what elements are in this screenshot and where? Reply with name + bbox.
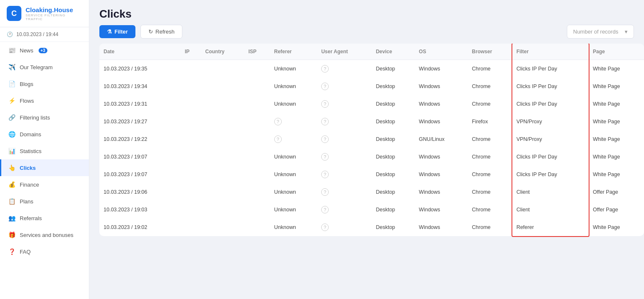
sidebar-item-label: Flows (20, 98, 34, 104)
sidebar-item-blogs[interactable]: 📄 Blogs (0, 75, 89, 92)
cell-3 (244, 148, 270, 166)
clock-icon: 🕐 (7, 31, 13, 37)
cell-7: Windows (415, 201, 467, 218)
sidebar-item-label: Statistics (20, 148, 42, 154)
cell-2 (201, 113, 244, 130)
sidebar-item-plans[interactable]: 📋 Plans (0, 193, 89, 210)
refresh-button[interactable]: ↻ Refresh (140, 25, 183, 39)
cell-7: Windows (415, 60, 467, 78)
col-browser: Browser (468, 44, 512, 60)
faq-icon: ❓ (8, 248, 16, 255)
records-dropdown[interactable]: Number of records ▾ (567, 25, 634, 39)
cell-8: Chrome (468, 95, 512, 113)
cell-10: White Page (589, 78, 644, 95)
sidebar-item-telegram[interactable]: ✈️ Our Telegram (0, 59, 89, 75)
cell-7: Windows (415, 113, 467, 130)
question-icon: ? (274, 118, 282, 125)
refresh-icon: ↻ (148, 29, 153, 35)
cell-3 (244, 60, 270, 78)
cell-2 (201, 95, 244, 113)
sidebar-item-services[interactable]: 🎁 Services and bonuses (0, 226, 89, 243)
sidebar-item-filtering[interactable]: 🔗 Filtering lists (0, 109, 89, 126)
cell-8: Chrome (468, 78, 512, 95)
cell-6: Desktop (371, 201, 415, 218)
cell-4: Unknown (270, 183, 317, 201)
cell-1 (181, 78, 201, 95)
cell-6: Desktop (371, 60, 415, 78)
cell-3 (244, 201, 270, 218)
table-row: 10.03.2023 / 19:07Unknown?DesktopWindows… (99, 166, 644, 183)
sidebar-item-label: Referrals (20, 215, 42, 221)
cell-0: 10.03.2023 / 19:03 (99, 201, 181, 218)
cell-4: Unknown (270, 95, 317, 113)
cell-2 (201, 183, 244, 201)
col-os: OS (415, 44, 467, 60)
cell-9: Clicks IP Per Day (512, 166, 589, 183)
sidebar-item-finance[interactable]: 💰 Finance (0, 176, 89, 193)
nav-badge: +3 (39, 48, 47, 53)
cell-1 (181, 183, 201, 201)
cell-4: Unknown (270, 201, 317, 218)
cell-1 (181, 60, 201, 78)
sidebar-item-news[interactable]: 📰 News +3 (0, 42, 89, 59)
cell-6: Desktop (371, 148, 415, 166)
sidebar: C Cloaking.House SERVICE FILTERING TRAFF… (0, 0, 89, 299)
question-icon: ? (321, 153, 329, 161)
question-icon: ? (274, 135, 282, 143)
cell-6: Desktop (371, 95, 415, 113)
filter-button[interactable]: ⚗ Filter (99, 25, 135, 38)
cell-2 (201, 218, 244, 236)
table-row: 10.03.2023 / 19:27??DesktopWindowsFirefo… (99, 113, 644, 130)
statistics-icon: 📊 (8, 147, 16, 155)
cell-7: Windows (415, 148, 467, 166)
sidebar-item-label: Filtering lists (20, 114, 50, 121)
cell-7: Windows (415, 78, 467, 95)
cell-8: Chrome (468, 60, 512, 78)
col-date: Date (99, 44, 181, 60)
table-row: 10.03.2023 / 19:02Unknown?DesktopWindows… (99, 218, 644, 236)
news-icon: 📰 (8, 47, 16, 54)
cell-9: Clicks IP Per Day (512, 60, 589, 78)
cell-3 (244, 113, 270, 130)
sidebar-item-label: Finance (20, 182, 39, 188)
cell-0: 10.03.2023 / 19:34 (99, 78, 181, 95)
question-icon: ? (321, 65, 329, 73)
col-referer: Referer (270, 44, 317, 60)
table-row: 10.03.2023 / 19:03Unknown?DesktopWindows… (99, 201, 644, 218)
blogs-icon: 📄 (8, 80, 16, 88)
main-header: Clicks (89, 0, 644, 25)
cell-2 (201, 60, 244, 78)
cell-6: Desktop (371, 113, 415, 130)
cell-8: Chrome (468, 166, 512, 183)
cell-8: Chrome (468, 130, 512, 148)
cell-5: ? (317, 201, 371, 218)
cell-0: 10.03.2023 / 19:27 (99, 113, 181, 130)
logo-icon: C (7, 6, 21, 21)
filtering-icon: 🔗 (8, 114, 16, 121)
cell-5: ? (317, 60, 371, 78)
sidebar-item-clicks[interactable]: 👆 Clicks (0, 159, 89, 176)
sidebar-item-faq[interactable]: ❓ FAQ (0, 243, 89, 260)
plans-icon: 📋 (8, 198, 16, 205)
cell-0: 10.03.2023 / 19:22 (99, 130, 181, 148)
table-row: 10.03.2023 / 19:31Unknown?DesktopWindows… (99, 95, 644, 113)
sidebar-item-label: FAQ (20, 249, 31, 255)
col-user-agent: User Agent (317, 44, 371, 60)
sidebar-item-flows[interactable]: ⚡ Flows (0, 92, 89, 109)
cell-4: ? (270, 130, 317, 148)
sidebar-item-domains[interactable]: 🌐 Domains (0, 126, 89, 143)
cell-4: Unknown (270, 218, 317, 236)
cell-0: 10.03.2023 / 19:06 (99, 183, 181, 201)
sidebar-item-statistics[interactable]: 📊 Statistics (0, 143, 89, 159)
sidebar-item-referrals[interactable]: 👥 Referrals (0, 210, 89, 226)
col-ip: IP (181, 44, 201, 60)
cell-1 (181, 201, 201, 218)
cell-7: Windows (415, 166, 467, 183)
sidebar-item-label: Blogs (20, 81, 34, 87)
cell-9: Client (512, 183, 589, 201)
cell-3 (244, 95, 270, 113)
cell-5: ? (317, 166, 371, 183)
cell-0: 10.03.2023 / 19:31 (99, 95, 181, 113)
question-icon: ? (321, 171, 329, 178)
question-icon: ? (321, 206, 329, 213)
